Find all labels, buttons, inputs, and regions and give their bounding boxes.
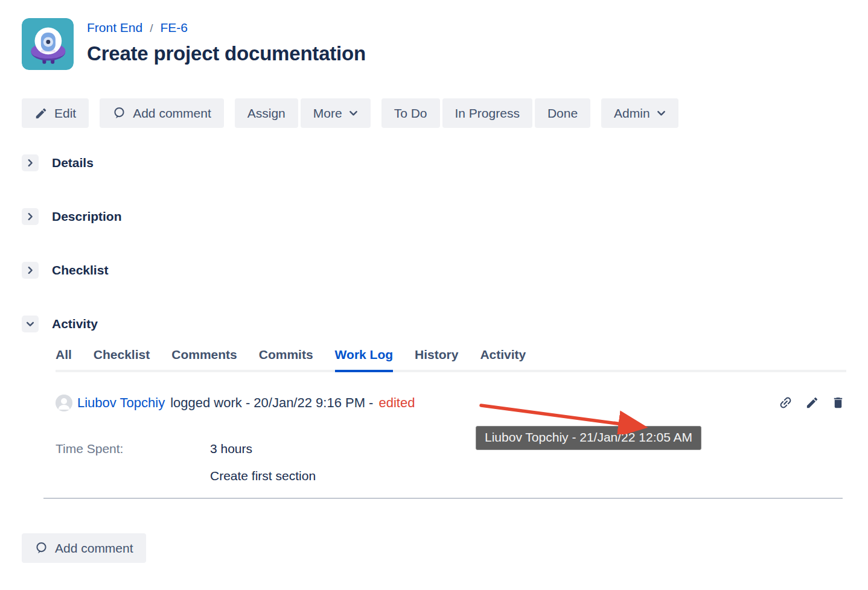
project-avatar-icon[interactable] xyxy=(22,18,74,70)
header-text: Front End / FE-6 Create project document… xyxy=(87,18,366,65)
tab-history[interactable]: History xyxy=(415,347,458,372)
chevron-right-icon xyxy=(26,159,34,167)
section-checklist: Checklist xyxy=(22,262,846,279)
worklog-author-link[interactable]: Liubov Topchiy xyxy=(77,395,165,411)
pencil-icon xyxy=(34,107,48,120)
chevron-down-icon xyxy=(657,109,666,118)
toolbar: Edit Add comment Assign More To Do In Pr… xyxy=(22,98,846,128)
chevron-down-icon xyxy=(26,320,34,328)
activity-body: All Checklist Comments Commits Work Log … xyxy=(56,347,846,483)
add-comment-footer-label: Add comment xyxy=(55,541,133,556)
chevron-right-icon xyxy=(26,266,34,274)
transition-todo-button[interactable]: To Do xyxy=(381,98,440,128)
comment-bubble-icon xyxy=(112,106,126,120)
comment-bubble-icon xyxy=(34,541,48,555)
worklog-delete-button[interactable] xyxy=(830,395,846,411)
checklist-section-title: Checklist xyxy=(52,263,108,278)
breadcrumb-separator: / xyxy=(150,22,153,35)
issue-page: Front End / FE-6 Create project document… xyxy=(0,0,868,590)
person-icon xyxy=(56,395,72,411)
transition-inprogress-button[interactable]: In Progress xyxy=(442,98,532,128)
transition-done-button[interactable]: Done xyxy=(535,98,590,128)
add-comment-button-label: Add comment xyxy=(133,106,211,121)
bottom-bar: Add comment xyxy=(22,533,846,563)
inprogress-button-label: In Progress xyxy=(455,106,520,121)
trash-icon xyxy=(831,396,845,410)
worklog-comment-text: Create first section xyxy=(210,469,316,483)
chevron-right-icon xyxy=(26,212,34,221)
more-button[interactable]: More xyxy=(301,98,371,128)
tab-comments[interactable]: Comments xyxy=(171,347,237,372)
user-avatar[interactable] xyxy=(56,395,72,411)
issue-title: Create project documentation xyxy=(87,42,366,65)
time-spent-row: Time Spent: 3 hours xyxy=(56,442,846,456)
tab-checklist[interactable]: Checklist xyxy=(94,347,150,372)
admin-button-label: Admin xyxy=(614,106,650,121)
pencil-icon xyxy=(805,396,819,410)
edit-button-label: Edit xyxy=(54,106,76,121)
worklog-details: Time Spent: 3 hours Create first section xyxy=(56,442,846,483)
todo-button-label: To Do xyxy=(394,106,427,121)
worklog-action-text: logged work - 20/Jan/22 9:16 PM - xyxy=(170,395,373,411)
worklog-actions xyxy=(777,394,846,411)
more-button-label: More xyxy=(313,106,342,121)
edited-tooltip: Liubov Topchiy - 21/Jan/22 12:05 AM xyxy=(476,426,701,450)
worklog-edit-button[interactable] xyxy=(804,395,820,411)
done-button-label: Done xyxy=(547,106,578,121)
activity-tabs: All Checklist Comments Commits Work Log … xyxy=(56,347,846,372)
details-section-title: Details xyxy=(52,156,94,170)
worklog-comment-row: Create first section xyxy=(56,469,846,483)
add-comment-footer-button[interactable]: Add comment xyxy=(22,533,146,563)
checklist-expand-button[interactable] xyxy=(22,262,39,279)
worklog-divider xyxy=(43,498,843,499)
admin-button[interactable]: Admin xyxy=(601,98,678,128)
details-expand-button[interactable] xyxy=(22,154,39,171)
chevron-down-icon xyxy=(349,109,358,118)
breadcrumb: Front End / FE-6 xyxy=(87,21,366,35)
section-description: Description xyxy=(22,208,846,225)
description-expand-button[interactable] xyxy=(22,208,39,225)
section-details: Details xyxy=(22,154,846,171)
activity-collapse-button[interactable] xyxy=(22,316,39,332)
issue-header: Front End / FE-6 Create project document… xyxy=(22,18,846,70)
time-spent-value: 3 hours xyxy=(210,442,252,456)
worklog-comment-spacer xyxy=(56,469,210,483)
activity-section-title: Activity xyxy=(52,317,98,331)
tab-work-log[interactable]: Work Log xyxy=(335,347,393,372)
description-section-title: Description xyxy=(52,209,122,224)
edit-button[interactable]: Edit xyxy=(22,98,89,128)
link-icon xyxy=(775,392,796,413)
section-activity: Activity xyxy=(22,316,846,332)
tab-commits[interactable]: Commits xyxy=(259,347,313,372)
worklog-edited-label[interactable]: edited xyxy=(378,395,415,411)
tab-activity[interactable]: Activity xyxy=(480,347,526,372)
breadcrumb-project-link[interactable]: Front End xyxy=(87,21,142,35)
worklog-permalink-button[interactable] xyxy=(777,394,794,411)
time-spent-label: Time Spent: xyxy=(56,442,210,456)
assign-button[interactable]: Assign xyxy=(235,98,298,128)
add-comment-button[interactable]: Add comment xyxy=(100,98,224,128)
assign-button-label: Assign xyxy=(247,106,286,121)
tab-all[interactable]: All xyxy=(56,347,72,372)
breadcrumb-issue-link[interactable]: FE-6 xyxy=(161,21,188,35)
worklog-entry-header: Liubov Topchiy logged work - 20/Jan/22 9… xyxy=(56,394,846,411)
